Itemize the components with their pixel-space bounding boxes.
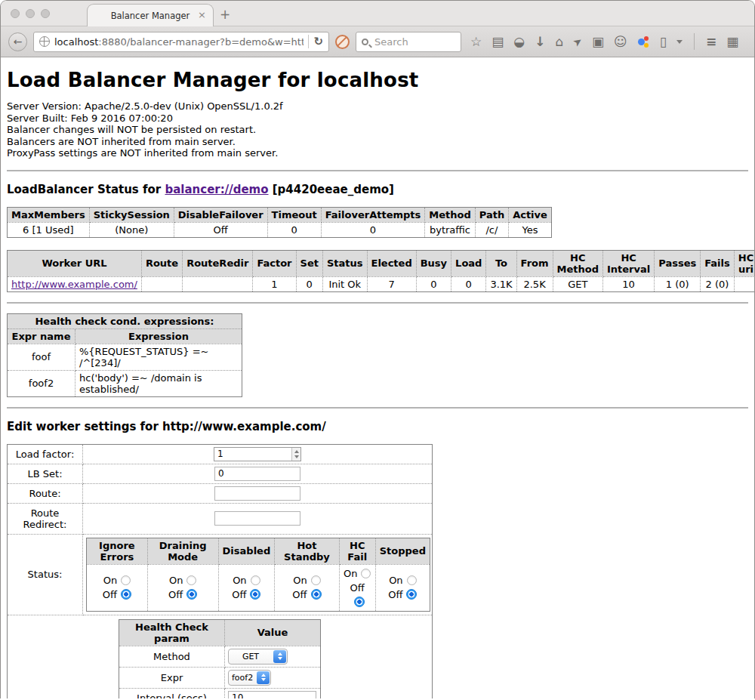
search-box[interactable] [356, 32, 461, 52]
table-cell [734, 276, 755, 291]
toolbar-divider [694, 33, 695, 50]
pocket-icon[interactable]: ◒ [513, 35, 525, 48]
extension-download-icon[interactable]: ▣ [592, 35, 604, 48]
form-row-route-redirect: Route Redirect: [8, 503, 433, 534]
reload-icon[interactable]: ↻ [313, 35, 323, 48]
container-icon[interactable]: ▯ [660, 35, 667, 48]
table-header-cell: Method [425, 207, 475, 222]
table-row: foof %{REQUEST_STATUS} =~ /^[234]/ [8, 344, 242, 370]
bookmark-star-icon[interactable]: ☆ [470, 35, 482, 48]
adblock-icon[interactable] [335, 35, 350, 49]
table-cell: 3.1K [486, 276, 516, 291]
expr-select[interactable]: foof2 [228, 670, 271, 686]
table-caption: Health check cond. expressions: [8, 313, 242, 328]
status-stopped-cell: On Off [375, 564, 430, 611]
status-options-table: Ignore Errors Draining Mode Disabled Hot… [86, 538, 430, 612]
table-cell: 2 (0) [701, 276, 735, 291]
radio-off[interactable] [311, 589, 322, 600]
url-divider [308, 35, 309, 48]
method-select[interactable]: GET [228, 649, 288, 665]
radio-on[interactable] [311, 575, 321, 585]
number-spinner[interactable] [291, 448, 300, 461]
table-cell: (None) [89, 222, 174, 237]
method-select-value: GET [229, 652, 273, 661]
table-header-cell: Hot Standby [275, 538, 339, 564]
load-factor-field[interactable] [214, 447, 301, 461]
off-label: Off [103, 589, 117, 600]
table-header-row: Expr name Expression [8, 328, 242, 344]
send-icon[interactable]: ➤ [571, 35, 584, 48]
radio-off[interactable] [406, 589, 417, 600]
radio-off[interactable] [186, 589, 197, 600]
url-text[interactable]: localhost:8880/balancer-manager?b=demo&w… [54, 36, 304, 48]
table-header-cell: From [516, 250, 553, 276]
table-cell: 2.5K [516, 276, 553, 291]
expr-select-value: foof2 [229, 673, 256, 683]
table-cell: Yes [509, 222, 552, 237]
radio-on[interactable] [407, 575, 417, 585]
home-icon[interactable]: ⌂ [555, 35, 563, 48]
colorful-dots-icon[interactable] [637, 35, 650, 48]
search-input[interactable] [373, 35, 455, 48]
radio-on[interactable] [186, 575, 196, 585]
worker-status-table: Worker URL Route RouteRedir Factor Set S… [7, 250, 755, 292]
radio-off[interactable] [250, 589, 260, 600]
radio-off[interactable] [354, 597, 365, 607]
table-cell: 1 (0) [655, 276, 701, 291]
tab-close-icon[interactable]: × [198, 10, 206, 20]
chevron-down-icon[interactable] [676, 40, 683, 44]
table-cell: 0 [296, 276, 322, 291]
window-controls [11, 9, 50, 18]
off-label: Off [232, 589, 246, 600]
form-row-lb-set: LB Set: [8, 464, 433, 483]
back-button[interactable]: ← [8, 32, 27, 51]
radio-on[interactable] [361, 569, 371, 578]
new-tab-button[interactable]: + [220, 7, 230, 22]
table-header-cell: Stopped [375, 538, 430, 564]
zoom-window-button[interactable] [41, 9, 50, 18]
table-cell [183, 276, 253, 291]
table-cell: 0 [416, 276, 451, 291]
tab-title: Balancer Manager [111, 11, 190, 21]
route-input[interactable] [214, 486, 300, 501]
downloads-icon[interactable]: ↓ [535, 35, 545, 48]
browser-window: Balancer Manager × + ← localhost:8880/ba… [0, 0, 755, 698]
off-label: Off [388, 589, 402, 600]
close-window-button[interactable] [11, 9, 20, 18]
radio-off[interactable] [121, 589, 131, 600]
field-label: Route Redirect: [8, 503, 83, 534]
field-label: LB Set: [8, 464, 83, 483]
table-header-cell: DisableFailover [174, 207, 267, 222]
hc-expr-row: Expr foof2 [119, 667, 321, 688]
url-path: :8880/balancer-manager?b=demo&w=http://w… [98, 36, 304, 48]
edit-worker-heading: Edit worker settings for http://www.exam… [7, 420, 748, 433]
table-header-row: MaxMembers StickySession DisableFailover… [8, 207, 552, 222]
menu-icon[interactable]: ≡ [706, 35, 716, 48]
table-header-cell: Worker URL [8, 250, 142, 276]
radio-on[interactable] [251, 575, 260, 585]
route-redirect-input[interactable] [214, 511, 300, 526]
minimize-window-button[interactable] [26, 9, 35, 18]
reading-list-icon[interactable]: ▤ [492, 35, 504, 48]
worker-url-link[interactable]: http://www.example.com/ [11, 279, 137, 290]
divider [7, 407, 748, 409]
table-cell: 0 [451, 276, 486, 291]
off-label: Off [168, 589, 183, 600]
balancer-demo-link[interactable]: balancer://demo [165, 183, 268, 196]
interval-input[interactable] [228, 691, 316, 699]
apps-grid-icon[interactable]: ▦ [726, 35, 738, 48]
health-check-params-table: Health Check param Value Method GET [119, 619, 321, 699]
table-header-cell: HC Method [553, 250, 602, 276]
url-bar[interactable]: localhost:8880/balancer-manager?b=demo&w… [33, 32, 329, 52]
proxypass-note: ProxyPass settings are NOT inherited fro… [7, 147, 748, 159]
tab-balancer-manager[interactable]: Balancer Manager × [87, 4, 214, 26]
hc-method-row: Method GET [119, 646, 321, 667]
load-factor-input[interactable] [214, 448, 291, 461]
chat-icon[interactable]: ☺ [614, 35, 627, 48]
status-draining-mode-cell: On Off [147, 564, 218, 611]
lb-set-input[interactable] [214, 467, 300, 481]
page-content: Load Balancer Manager for localhost Serv… [1, 69, 754, 698]
server-built: Server Built: Feb 9 2016 07:00:20 [7, 113, 748, 125]
radio-on[interactable] [121, 575, 131, 585]
inherit-note: Balancers are NOT inherited from main se… [7, 136, 748, 148]
